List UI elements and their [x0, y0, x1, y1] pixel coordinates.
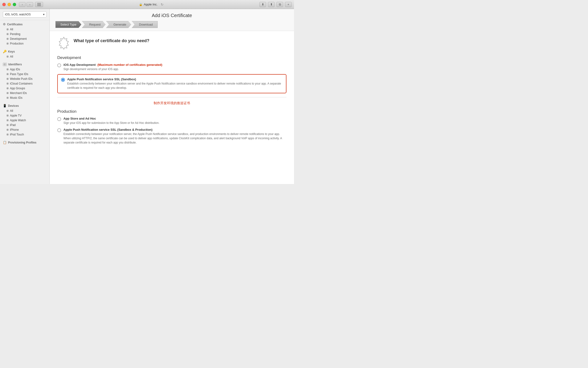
bullet-icon	[7, 129, 9, 131]
sidebar-item-all-keys[interactable]: All	[0, 54, 49, 59]
option-apple-push-sandbox-desc: Establish connectivity between your noti…	[67, 82, 283, 90]
sidebar-item-apple-tv-label: Apple TV	[10, 114, 22, 117]
sidebar-item-website-push-ids[interactable]: Website Push IDs	[0, 76, 49, 81]
sidebar-item-ipod-touch[interactable]: iPod Touch	[0, 132, 49, 137]
bullet-icon	[7, 38, 9, 40]
step-request-label: Request	[89, 23, 101, 26]
sidebar-item-ipod-touch-label: iPod Touch	[10, 133, 24, 136]
bullet-icon	[7, 124, 9, 126]
section-certificates-label: Certificates	[7, 23, 22, 26]
option-app-store-ad-hoc-label: App Store and Ad Hoc	[63, 117, 160, 120]
sidebar-item-app-ids[interactable]: App IDs	[0, 67, 49, 72]
option-apple-push-sandbox-production[interactable]: Apple Push Notification service SSL (San…	[57, 128, 286, 145]
reload-button[interactable]: ↻	[161, 3, 163, 6]
content-header: Add iOS Certificate Select Type Request …	[50, 9, 294, 31]
bullet-icon	[7, 110, 9, 112]
sidebar-item-apple-watch[interactable]: Apple Watch	[0, 118, 49, 123]
sidebar-item-ipad[interactable]: iPad	[0, 123, 49, 127]
sidebar-item-website-push-ids-label: Website Push IDs	[10, 77, 32, 81]
radio-apple-push-sandbox-production[interactable]	[57, 128, 61, 132]
bullet-icon	[7, 92, 9, 94]
new-tab-button[interactable]: +	[285, 2, 292, 7]
page-question-text: What type of certificate do you need?	[74, 38, 149, 43]
steps-bar: Select Type Request Generate Download	[55, 21, 288, 28]
step-select-type[interactable]: Select Type	[55, 21, 81, 28]
section-provisioning-label: Provisioning Profiles	[8, 141, 36, 144]
download-indicator[interactable]: ⬇	[259, 2, 266, 7]
sidebar-item-production-certs[interactable]: Production	[0, 41, 49, 46]
window-button[interactable]: ⧉	[276, 2, 283, 7]
bullet-icon	[7, 28, 9, 30]
sidebar-item-music-ids[interactable]: Music IDs	[0, 95, 49, 100]
section-devices-label: Devices	[8, 104, 19, 108]
option-apple-push-sandbox-production-desc: Establish connectivity between your noti…	[63, 132, 286, 145]
section-certificates: ⚙ Certificates All Pending Development P…	[0, 20, 49, 47]
option-apple-push-sandbox-content: Apple Push Notification service SSL (San…	[67, 77, 283, 90]
bullet-icon	[7, 78, 9, 80]
main-content: What type of certificate do you need? De…	[50, 31, 294, 153]
step-request[interactable]: Request	[82, 21, 106, 28]
sidebar-item-merchant-ids[interactable]: Merchant IDs	[0, 91, 49, 95]
sidebar-item-all-certs[interactable]: All	[0, 27, 49, 32]
sidebar-item-apple-tv[interactable]: Apple TV	[0, 113, 49, 118]
section-keys-label: Keys	[8, 50, 15, 53]
sidebar-item-music-ids-label: Music IDs	[10, 96, 22, 100]
sidebar-item-pending-certs[interactable]: Pending	[0, 32, 49, 37]
section-provisioning-header: 📋 Provisioning Profiles	[0, 140, 49, 145]
step-download[interactable]: Download	[132, 21, 158, 28]
sidebar-item-development-certs[interactable]: Development	[0, 37, 49, 41]
step-generate[interactable]: Generate	[106, 21, 131, 28]
platform-dropdown[interactable]: iOS, tvOS, watchOS ▾	[3, 11, 47, 18]
svg-marker-3	[59, 37, 68, 49]
option-app-store-ad-hoc-desc: Sign your iOS app for submission to the …	[63, 121, 160, 125]
close-button[interactable]	[2, 3, 6, 6]
sidebar-item-all-devices[interactable]: All	[0, 109, 49, 113]
sidebar-item-production-certs-label: Production	[10, 42, 23, 45]
option-apple-push-sandbox-box[interactable]: Apple Push Notification service SSL (San…	[57, 74, 286, 93]
sidebar-item-app-groups[interactable]: App Groups	[0, 86, 49, 91]
bullet-icon	[7, 97, 9, 99]
option-apple-push-sandbox[interactable]: Apple Push Notification service SSL (San…	[61, 77, 283, 90]
bullet-icon	[7, 56, 9, 57]
sidebar-item-all-certs-label: All	[10, 28, 13, 31]
sidebar-item-icloud-containers-label: iCloud Containers	[10, 82, 32, 85]
provisioning-icon: 📋	[3, 141, 7, 144]
certificates-icon: ⚙	[3, 22, 6, 26]
sidebar-item-icloud-containers[interactable]: iCloud Containers	[0, 81, 49, 86]
option-apple-push-sandbox-production-content: Apple Push Notification service SSL (San…	[63, 128, 286, 145]
sidebar-item-apple-watch-label: Apple Watch	[10, 119, 26, 122]
radio-ios-app-development[interactable]	[57, 64, 61, 67]
sidebar-item-pending-certs-label: Pending	[10, 32, 20, 36]
section-keys-header: 🔑 Keys	[0, 49, 49, 54]
sidebar-item-development-certs-label: Development	[10, 37, 27, 40]
warning-text: (Maximum number of certificates generate…	[98, 63, 162, 66]
bullet-icon	[7, 115, 9, 117]
option-ios-app-development-desc: Sign development versions of your iOS ap…	[63, 67, 162, 71]
sidebar-item-pass-type-ids[interactable]: Pass Type IDs	[0, 72, 49, 76]
step-select-type-label: Select Type	[60, 23, 76, 26]
back-button[interactable]: ‹	[19, 2, 26, 7]
forward-button[interactable]: ›	[27, 2, 33, 7]
sidebar-toggle-button[interactable]	[35, 2, 43, 7]
share-button[interactable]: ⬆	[268, 2, 275, 7]
fullscreen-button[interactable]	[13, 3, 16, 6]
sidebar-item-pass-type-ids-label: Pass Type IDs	[10, 73, 28, 76]
sidebar-item-all-keys-label: All	[10, 55, 13, 58]
bullet-icon	[7, 119, 9, 121]
content-area: Add iOS Certificate Select Type Request …	[50, 9, 294, 184]
minimize-button[interactable]	[8, 3, 11, 6]
radio-app-store-ad-hoc[interactable]	[57, 117, 61, 121]
option-app-store-ad-hoc[interactable]: App Store and Ad Hoc Sign your iOS app f…	[57, 117, 286, 125]
option-ios-app-development[interactable]: iOS App Development (Maximum number of c…	[57, 63, 286, 71]
traffic-lights	[2, 3, 16, 6]
radio-apple-push-sandbox[interactable]	[61, 78, 65, 82]
sidebar-item-iphone[interactable]: iPhone	[0, 127, 49, 132]
url-bar[interactable]: 🔒 Apple Inc. ↻	[43, 3, 259, 6]
devices-icon: 📱	[3, 104, 7, 108]
bullet-icon	[7, 43, 9, 45]
titlebar-right-buttons: ⬇ ⬆ ⧉ +	[259, 2, 292, 7]
bullet-icon	[7, 134, 9, 136]
sidebar-item-app-groups-label: App Groups	[10, 87, 25, 90]
identifiers-icon: ID	[3, 63, 7, 66]
bullet-icon	[7, 73, 9, 75]
